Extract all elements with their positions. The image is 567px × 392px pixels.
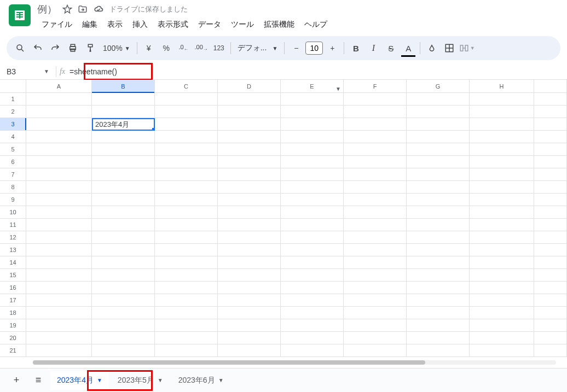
cell-H3[interactable]: [470, 118, 534, 131]
cell-A2[interactable]: [26, 106, 92, 118]
cell-A12[interactable]: [26, 231, 92, 244]
cell-D16[interactable]: [218, 282, 281, 294]
cell-B6[interactable]: [92, 156, 155, 168]
cell-G9[interactable]: [407, 194, 470, 206]
cell-H17[interactable]: [470, 294, 534, 307]
cell-E1[interactable]: [281, 93, 344, 106]
cell-F11[interactable]: [344, 219, 407, 231]
paint-format-icon[interactable]: [82, 40, 99, 56]
cell-C19[interactable]: [155, 319, 218, 332]
column-header-D[interactable]: D: [218, 80, 281, 93]
sheet-tab-0[interactable]: 2023年4月▼: [50, 371, 109, 390]
cell-E3[interactable]: [281, 118, 344, 131]
column-header-F[interactable]: F: [344, 80, 407, 93]
cell-D8[interactable]: [218, 181, 281, 194]
redo-icon[interactable]: [47, 40, 63, 56]
row-header-20[interactable]: 20: [0, 332, 26, 344]
cell-E11[interactable]: [281, 219, 344, 231]
cell-B8[interactable]: [92, 181, 155, 194]
cell-C12[interactable]: [155, 231, 218, 244]
cell-G19[interactable]: [407, 319, 470, 332]
bold-button[interactable]: B: [348, 40, 364, 56]
font-size-input[interactable]: [305, 42, 323, 55]
cell-E13[interactable]: [281, 244, 344, 256]
cell-H16[interactable]: [470, 282, 534, 294]
cell-C20[interactable]: [155, 332, 218, 344]
cell-A8[interactable]: [26, 181, 92, 194]
row-header-2[interactable]: 2: [0, 106, 26, 118]
cell-A7[interactable]: [26, 168, 92, 181]
cell-C13[interactable]: [155, 244, 218, 256]
cell-E2[interactable]: [281, 106, 344, 118]
cell-H6[interactable]: [470, 156, 534, 168]
cell-C6[interactable]: [155, 156, 218, 168]
cell-F20[interactable]: [344, 332, 407, 344]
cell-D2[interactable]: [218, 106, 281, 118]
cell-G18[interactable]: [407, 307, 470, 319]
sheet-tab-1[interactable]: 2023年5月▼: [111, 371, 170, 390]
cell-E7[interactable]: [281, 168, 344, 181]
cell-D21[interactable]: [218, 344, 281, 357]
cell-H4[interactable]: [470, 131, 534, 143]
cell-H14[interactable]: [470, 256, 534, 269]
row-header-17[interactable]: 17: [0, 294, 26, 307]
row-header-15[interactable]: 15: [0, 269, 26, 282]
strikethrough-button[interactable]: S: [383, 40, 399, 56]
cell-A18[interactable]: [26, 307, 92, 319]
spreadsheet-grid[interactable]: ABCDE▼FGH 1232023年4月45678910111213141516…: [0, 80, 567, 357]
cell-H12[interactable]: [470, 231, 534, 244]
horizontal-scrollbar[interactable]: [33, 360, 556, 366]
cell-C8[interactable]: [155, 181, 218, 194]
cell-D1[interactable]: [218, 93, 281, 106]
cell-F21[interactable]: [344, 344, 407, 357]
row-header-4[interactable]: 4: [0, 131, 26, 143]
cell-C18[interactable]: [155, 307, 218, 319]
cell-C21[interactable]: [155, 344, 218, 357]
cell-A16[interactable]: [26, 282, 92, 294]
cell-C15[interactable]: [155, 269, 218, 282]
chevron-down-icon[interactable]: ▼: [218, 377, 224, 383]
cell-B5[interactable]: [92, 143, 155, 156]
cell-B11[interactable]: [92, 219, 155, 231]
cell-A6[interactable]: [26, 156, 92, 168]
cell-A13[interactable]: [26, 244, 92, 256]
cell-H11[interactable]: [470, 219, 534, 231]
cell-G20[interactable]: [407, 332, 470, 344]
move-icon[interactable]: [78, 4, 88, 14]
cell-H8[interactable]: [470, 181, 534, 194]
cell-B10[interactable]: [92, 206, 155, 219]
currency-icon[interactable]: ¥: [141, 40, 157, 56]
cell-G13[interactable]: [407, 244, 470, 256]
cell-C1[interactable]: [155, 93, 218, 106]
column-header-B[interactable]: B: [92, 80, 155, 93]
font-size-plus[interactable]: +: [324, 40, 340, 56]
cell-C14[interactable]: [155, 256, 218, 269]
cell-E21[interactable]: [281, 344, 344, 357]
decrease-decimal-icon[interactable]: .0←: [176, 40, 192, 56]
cell-G10[interactable]: [407, 206, 470, 219]
row-header-9[interactable]: 9: [0, 194, 26, 206]
fill-color-icon[interactable]: [424, 40, 440, 56]
cell-F15[interactable]: [344, 269, 407, 282]
cell-H2[interactable]: [470, 106, 534, 118]
cell-A19[interactable]: [26, 319, 92, 332]
cell-H1[interactable]: [470, 93, 534, 106]
column-header-H[interactable]: H: [470, 80, 534, 93]
cell-E5[interactable]: [281, 143, 344, 156]
cell-F2[interactable]: [344, 106, 407, 118]
cell-H13[interactable]: [470, 244, 534, 256]
number-format-icon[interactable]: 123: [211, 40, 227, 56]
cell-C4[interactable]: [155, 131, 218, 143]
cell-F17[interactable]: [344, 294, 407, 307]
cell-F1[interactable]: [344, 93, 407, 106]
percent-icon[interactable]: %: [158, 40, 175, 56]
row-header-18[interactable]: 18: [0, 307, 26, 319]
cell-B12[interactable]: [92, 231, 155, 244]
cell-F4[interactable]: [344, 131, 407, 143]
cell-B9[interactable]: [92, 194, 155, 206]
cell-D17[interactable]: [218, 294, 281, 307]
chevron-down-icon[interactable]: ▼: [158, 377, 163, 383]
add-sheet-button[interactable]: +: [7, 371, 26, 390]
cell-H9[interactable]: [470, 194, 534, 206]
cell-F3[interactable]: [344, 118, 407, 131]
